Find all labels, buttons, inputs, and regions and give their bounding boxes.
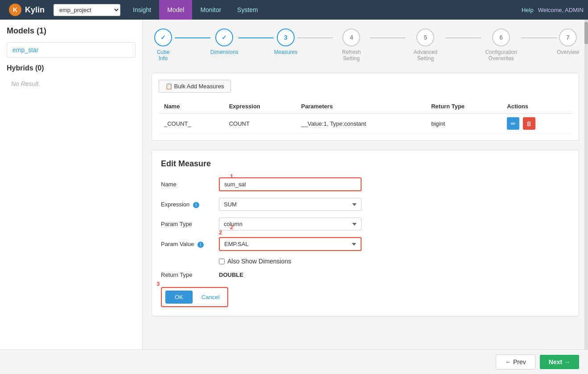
main-layout: Models (1) emp_star Hybrids (0) No Resul… bbox=[0, 20, 588, 374]
col-expression: Expression bbox=[224, 99, 296, 114]
name-input[interactable] bbox=[219, 177, 362, 191]
annotation-3: 3 bbox=[156, 280, 160, 287]
measures-table: Name Expression Parameters Return Type A… bbox=[159, 99, 572, 134]
return-type-value: DOUBLE bbox=[219, 271, 243, 278]
step-circle-4: 4 bbox=[342, 29, 360, 46]
step-circle-2: ✓ bbox=[215, 29, 233, 46]
nav-items: Insight Model Monitor System bbox=[125, 0, 266, 20]
main-content: ✓ Cube Info ✓ Dimensions 3 Measures 4 Re… bbox=[143, 20, 588, 374]
ok-button[interactable]: OK bbox=[165, 291, 193, 304]
cancel-button[interactable]: Cancel bbox=[197, 291, 224, 303]
step-dimensions: ✓ Dimensions bbox=[210, 29, 238, 55]
connector-5-6 bbox=[445, 37, 481, 38]
bottom-bar: ← Prev Next → bbox=[0, 349, 588, 374]
top-navbar: K Kylin emp_project Insight Model Monito… bbox=[0, 0, 588, 20]
project-select[interactable]: emp_project bbox=[53, 4, 120, 16]
step-circle-1: ✓ bbox=[154, 29, 172, 46]
nav-model[interactable]: Model bbox=[159, 0, 192, 20]
form-actions: 3 OK Cancel bbox=[161, 287, 570, 307]
annotation-1: 1 bbox=[230, 173, 233, 180]
step-config: 6 Configuration Overwrites bbox=[481, 29, 521, 62]
step-measures: 3 Measures bbox=[274, 29, 297, 55]
table-row: _COUNT_ COUNT __Value:1, Type:constant b… bbox=[159, 114, 572, 134]
measures-panel: 📋 Bulk Add Measures Name Expression Para… bbox=[152, 73, 579, 141]
connector-3-4 bbox=[297, 37, 333, 38]
measures-table-header: Name Expression Parameters Return Type A… bbox=[159, 99, 572, 114]
step-label-4: Refresh Setting bbox=[333, 49, 370, 62]
step-cube-info: ✓ Cube Info bbox=[152, 29, 175, 62]
connector-6-7 bbox=[521, 37, 557, 38]
annotation-2: 2 bbox=[230, 224, 233, 230]
name-row: Name bbox=[161, 177, 570, 191]
row-expression: COUNT bbox=[224, 114, 296, 134]
step-advanced: 5 Advanced Setting bbox=[405, 29, 445, 62]
col-name: Name bbox=[159, 99, 224, 114]
wizard-steps: ✓ Cube Info ✓ Dimensions 3 Measures 4 Re… bbox=[152, 29, 579, 62]
return-type-row: Return Type DOUBLE bbox=[161, 271, 570, 278]
kylin-icon: K bbox=[9, 4, 21, 16]
name-label: Name bbox=[161, 181, 219, 188]
connector-4-5 bbox=[370, 37, 406, 38]
col-actions: Actions bbox=[502, 99, 572, 114]
step-label-2: Dimensions bbox=[210, 49, 238, 55]
step-circle-3: 3 bbox=[277, 29, 295, 46]
param-value-info-icon[interactable]: i bbox=[197, 242, 204, 248]
brand-logo: K Kylin bbox=[4, 4, 49, 16]
connector-1-2 bbox=[175, 37, 210, 38]
step-circle-6: 6 bbox=[492, 29, 510, 46]
connector-2-3 bbox=[238, 37, 274, 38]
step-circle-5: 5 bbox=[416, 29, 434, 46]
hybrids-title: Hybrids (0) bbox=[7, 64, 136, 72]
expression-label: Expression i bbox=[161, 201, 219, 208]
edit-form-title: Edit Measure bbox=[161, 159, 570, 169]
param-value-label: Param Value i bbox=[161, 241, 219, 248]
param-type-label: Param Type bbox=[161, 221, 219, 227]
nav-insight[interactable]: Insight bbox=[125, 0, 159, 20]
no-result-text: No Result. bbox=[7, 76, 136, 92]
nav-right: Help Welcome, ADMIN bbox=[522, 7, 584, 13]
help-link[interactable]: Help bbox=[522, 7, 534, 13]
param-type-select[interactable]: column bbox=[219, 218, 362, 230]
expression-info-icon[interactable]: i bbox=[193, 202, 199, 208]
row-name: _COUNT_ bbox=[159, 114, 224, 134]
step-circle-7: 7 bbox=[559, 29, 577, 46]
scrollbar[interactable] bbox=[584, 20, 588, 374]
step-label-1: Cube Info bbox=[152, 49, 175, 62]
models-title: Models (1) bbox=[7, 26, 136, 36]
edit-measure-button[interactable]: ✏ bbox=[507, 117, 519, 130]
row-actions: ✏ 🗑 bbox=[502, 114, 572, 134]
step-label-7: Overview bbox=[557, 49, 579, 55]
also-show-row: Also Show Dimensions bbox=[219, 258, 570, 265]
expression-select[interactable]: SUM bbox=[219, 198, 362, 211]
scrollbar-thumb bbox=[584, 22, 588, 44]
welcome-text: Welcome, ADMIN bbox=[538, 7, 584, 13]
sidebar: Models (1) emp_star Hybrids (0) No Resul… bbox=[0, 20, 143, 374]
param-type-row: Param Type column bbox=[161, 218, 570, 230]
nav-monitor[interactable]: Monitor bbox=[192, 0, 229, 20]
col-parameters: Parameters bbox=[296, 99, 426, 114]
also-show-label: Also Show Dimensions bbox=[227, 258, 291, 265]
col-return-type: Return Type bbox=[426, 99, 502, 114]
expression-row: Expression i SUM bbox=[161, 198, 570, 211]
brand-name: Kylin bbox=[25, 5, 45, 15]
param-value-select[interactable]: EMP.SAL bbox=[219, 237, 362, 251]
step-label-6: Configuration Overwrites bbox=[481, 49, 521, 62]
step-overview: 7 Overview bbox=[557, 29, 579, 55]
annotation-2-label: 2 bbox=[219, 229, 222, 236]
prev-button[interactable]: ← Prev bbox=[496, 354, 535, 370]
delete-measure-button[interactable]: 🗑 bbox=[523, 117, 535, 130]
step-refresh: 4 Refresh Setting bbox=[333, 29, 370, 62]
bulk-add-measures-button[interactable]: 📋 Bulk Add Measures bbox=[159, 80, 231, 93]
return-type-label: Return Type bbox=[161, 271, 219, 278]
also-show-checkbox[interactable] bbox=[219, 259, 225, 264]
edit-measure-form: Edit Measure 1 Name Expression i SUM bbox=[152, 150, 579, 316]
param-value-row: 2 Param Value i EMP.SAL bbox=[161, 237, 570, 251]
row-return-type: bigint bbox=[426, 114, 502, 134]
row-parameters: __Value:1, Type:constant bbox=[296, 114, 426, 134]
measures-table-body: _COUNT_ COUNT __Value:1, Type:constant b… bbox=[159, 114, 572, 134]
model-item-emp-star[interactable]: emp_star bbox=[7, 42, 136, 58]
nav-system[interactable]: System bbox=[229, 0, 266, 20]
step-label-3: Measures bbox=[274, 49, 297, 55]
next-button[interactable]: Next → bbox=[540, 355, 579, 369]
step-label-5: Advanced Setting bbox=[405, 49, 445, 62]
